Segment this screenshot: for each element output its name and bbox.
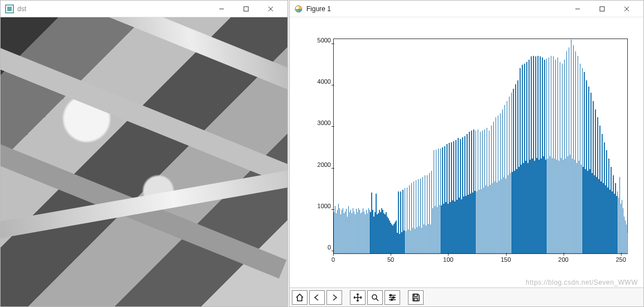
close-button[interactable]	[614, 1, 639, 17]
back-button[interactable]	[309, 290, 325, 305]
close-button[interactable]	[258, 1, 283, 17]
y-tick: 4000	[318, 85, 331, 92]
x-tick: 50	[387, 256, 394, 263]
histogram-bar	[627, 233, 628, 253]
x-tick: 200	[558, 256, 568, 263]
minimize-button[interactable]	[565, 1, 590, 17]
y-tick: 3000	[318, 126, 331, 133]
save-button[interactable]	[408, 290, 424, 305]
image-window: dst	[0, 0, 288, 307]
maximize-button[interactable]	[234, 1, 258, 17]
figure-content: 010002000300040005000 050100150200250 ht…	[290, 17, 643, 306]
svg-rect-3	[244, 7, 248, 11]
matplotlib-figure-icon	[294, 4, 303, 13]
mpl-toolbar	[290, 287, 643, 306]
svg-rect-15	[414, 294, 417, 296]
histogram-axes	[333, 39, 628, 254]
figure-window-title: Figure 1	[306, 5, 331, 13]
y-tick: 0	[328, 251, 331, 257]
maximize-button[interactable]	[590, 1, 614, 17]
x-tick: 0	[331, 256, 335, 263]
svg-rect-1	[7, 7, 12, 11]
svg-point-13	[393, 296, 395, 298]
plot-area[interactable]: 010002000300040005000 050100150200250	[290, 17, 643, 287]
aerial-image	[1, 17, 287, 306]
pan-button[interactable]	[350, 290, 366, 305]
image-window-title: dst	[17, 5, 26, 13]
x-tick: 150	[501, 256, 511, 263]
x-tick: 250	[616, 256, 626, 263]
x-tick: 100	[443, 256, 453, 263]
y-tick: 5000	[318, 44, 331, 50]
image-content	[1, 17, 287, 306]
zoom-button[interactable]	[367, 290, 383, 305]
figure-window-titlebar[interactable]: Figure 1	[290, 1, 643, 17]
svg-point-14	[391, 299, 393, 300]
configure-button[interactable]	[385, 290, 400, 305]
svg-rect-8	[600, 7, 604, 11]
figure-window: Figure 1 010002000300040005000 050100150…	[289, 0, 644, 307]
forward-button[interactable]	[326, 290, 342, 305]
y-tick: 2000	[318, 168, 331, 175]
image-window-titlebar[interactable]: dst	[1, 1, 287, 17]
opencv-window-icon	[5, 4, 14, 13]
minimize-button[interactable]	[209, 1, 234, 17]
home-button[interactable]	[292, 290, 307, 305]
svg-rect-16	[414, 298, 417, 301]
y-tick: 1000	[318, 209, 331, 216]
svg-point-11	[372, 295, 377, 299]
svg-point-12	[390, 294, 392, 296]
